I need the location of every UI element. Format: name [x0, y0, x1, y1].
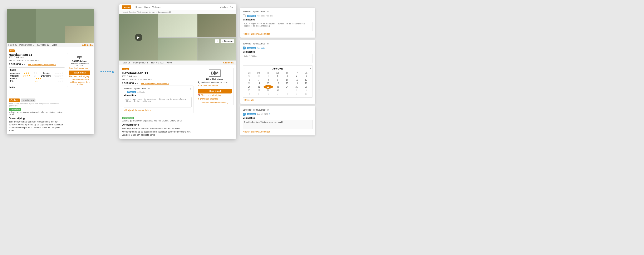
cal-cell[interactable]: 7: [273, 92, 282, 96]
cal-cell[interactable]: 9: [292, 92, 301, 96]
cal-cell[interactable]: 16: [273, 82, 282, 85]
nav-verkopen[interactable]: Verkopen: [152, 6, 161, 8]
plattegronden-label[interactable]: Plattegronden 6: [20, 44, 34, 46]
mid-photo-main[interactable]: ▶: [119, 14, 158, 61]
cal-cell[interactable]: 7: [254, 78, 263, 82]
cal-cell[interactable]: 24: [282, 85, 292, 89]
cal-cell[interactable]: 1: [282, 89, 292, 92]
right-card1-bekijk-link[interactable]: > Bekijk alle bewaarde huizen: [243, 33, 313, 35]
download-brochure-button[interactable]: Download brochure: [71, 78, 89, 81]
mid-photo-4[interactable]: [158, 38, 197, 61]
cal-cell[interactable]: 30: [244, 75, 254, 78]
cal-cell[interactable]: 28: [254, 89, 263, 92]
photo-4[interactable]: [36, 26, 65, 43]
calendar-next-button[interactable]: ›: [310, 67, 311, 70]
mid-error-link[interactable]: Meld een fout over deze woning: [198, 101, 232, 104]
cal-cell[interactable]: 2: [273, 75, 282, 78]
cal-cell[interactable]: 31: [254, 75, 263, 78]
cal-cell[interactable]: 9: [273, 78, 282, 82]
mid-stuur-email-button[interactable]: Stuur e-mail: [198, 89, 232, 94]
cal-cell-today[interactable]: 22: [264, 85, 273, 89]
add-date-link[interactable]: Add date: [137, 91, 145, 93]
edit-date-icon[interactable]: ✎: [269, 113, 270, 115]
plan-bezichtiging-button[interactable]: Plan een bezichtiging: [69, 75, 90, 78]
right-card1-add-date[interactable]: Add date: [257, 15, 264, 17]
calendar-prev-button[interactable]: ‹: [244, 67, 246, 70]
stuur-email-button[interactable]: Stuur e-mail: [69, 71, 90, 75]
right-card2-more-button[interactable]: ⋮: [311, 42, 314, 45]
mid-fotos-label[interactable]: Foto's 26: [122, 62, 130, 64]
mid-all-media-button[interactable]: Alle media: [223, 62, 234, 64]
price-link[interactable]: Wat worden mijn maandlasten?: [28, 63, 56, 66]
cal-cell[interactable]: 4: [244, 92, 254, 96]
right-card1-notitie-area[interactable]: [243, 22, 313, 31]
cal-cell[interactable]: 2: [292, 89, 301, 92]
photo-2[interactable]: [36, 9, 65, 26]
cal-cell[interactable]: 4: [292, 75, 301, 78]
play-button[interactable]: ▶: [135, 34, 142, 41]
toon-telefoonnummer-button[interactable]: Toon telefoonnummer: [69, 67, 90, 70]
cal-cell[interactable]: 10: [302, 92, 311, 96]
video-label[interactable]: Video: [52, 44, 57, 46]
cal-cell[interactable]: 27: [244, 89, 254, 92]
nav-kopen[interactable]: Kopen: [136, 6, 142, 8]
fotos360-label[interactable]: 360° foto's 12: [36, 44, 49, 46]
all-media-button[interactable]: Alle media: [82, 44, 92, 46]
mid-toon-telefoonnummer-button[interactable]: Toon telefoonnummer: [198, 84, 232, 87]
saved-checkbox[interactable]: [124, 91, 126, 93]
cal-cell[interactable]: 25: [292, 85, 301, 89]
cal-cell[interactable]: 21: [254, 85, 263, 89]
mid-photo-3[interactable]: [198, 14, 236, 37]
cal-cell[interactable]: 20: [244, 85, 254, 89]
bekijk-link[interactable]: > Bekijk alle bewaarde huizen: [124, 109, 192, 111]
bewaren-button[interactable]: ♥ Bewaren: [220, 39, 234, 43]
mid-photo-2[interactable]: [158, 14, 197, 37]
cal-cell[interactable]: 26: [302, 85, 311, 89]
mid-plattegronden-label[interactable]: Plattegronden 6: [133, 62, 148, 64]
mid-plan-bezichtiging-button[interactable]: 📅 Plan een bezichtiging: [198, 94, 232, 97]
right-card3-checkbox[interactable]: [243, 113, 246, 116]
cal-cell[interactable]: 29: [264, 89, 273, 92]
right-card3-more-button[interactable]: ⋮: [311, 108, 314, 111]
right-card1-add-title[interactable]: Add title: [266, 15, 273, 17]
cal-cell[interactable]: 6: [244, 78, 254, 82]
cal-cell[interactable]: 5: [302, 75, 311, 78]
cal-cell[interactable]: 10: [282, 78, 292, 82]
mid-download-brochure-button[interactable]: ⬇ Download brochure: [198, 97, 232, 101]
saved-more-button[interactable]: ⋮: [189, 87, 192, 90]
cal-cell[interactable]: 8: [282, 92, 292, 96]
cal-cell[interactable]: 6: [264, 92, 273, 96]
photo-3[interactable]: [65, 9, 94, 26]
nav-user[interactable]: Bart: [230, 6, 234, 8]
mid-fotos360-label[interactable]: 360° foto's 12: [151, 62, 164, 64]
right-card2-bekijk-link[interactable]: > Bekijk alle: [243, 99, 313, 101]
right-card1-more-button[interactable]: ⋮: [311, 10, 314, 13]
right-card1-checkbox[interactable]: [243, 15, 246, 17]
nav-huren[interactable]: Huren: [144, 6, 150, 8]
right-card2-checkbox[interactable]: [243, 47, 246, 50]
mid-photo-5[interactable]: ⬆ ♥ Bewaren: [198, 38, 236, 61]
cal-cell[interactable]: 8: [264, 78, 273, 82]
notitie-input[interactable]: [9, 89, 65, 97]
cal-cell[interactable]: 18: [292, 82, 301, 85]
cal-cell[interactable]: 5: [254, 92, 263, 96]
opslaan-button[interactable]: Opslaan: [9, 99, 20, 102]
right-card2-add-date[interactable]: Add date: [257, 47, 264, 49]
notitie-area[interactable]: [124, 97, 192, 107]
error-link[interactable]: Meld een fout over deze woning: [69, 81, 90, 85]
cal-cell[interactable]: 1: [264, 75, 273, 78]
photo-5[interactable]: [65, 26, 94, 43]
cal-cell[interactable]: 12: [302, 78, 311, 82]
cal-cell[interactable]: 3: [302, 89, 311, 92]
right-card3-bekijk-link[interactable]: > Bekijk alle bewaarde huizen: [243, 131, 313, 133]
share-button[interactable]: ⬆: [215, 39, 219, 43]
cal-cell[interactable]: 3: [282, 75, 292, 78]
photo-main[interactable]: [7, 9, 36, 43]
cal-cell[interactable]: 30: [273, 89, 282, 92]
cal-cell[interactable]: 15: [264, 82, 273, 85]
cal-cell[interactable]: 23: [273, 85, 282, 89]
right-card2-notitie-area[interactable]: [243, 54, 313, 63]
cal-cell[interactable]: 17: [282, 82, 292, 85]
cal-cell[interactable]: 14: [254, 82, 263, 85]
fotos-label[interactable]: Foto's 26: [8, 44, 17, 46]
